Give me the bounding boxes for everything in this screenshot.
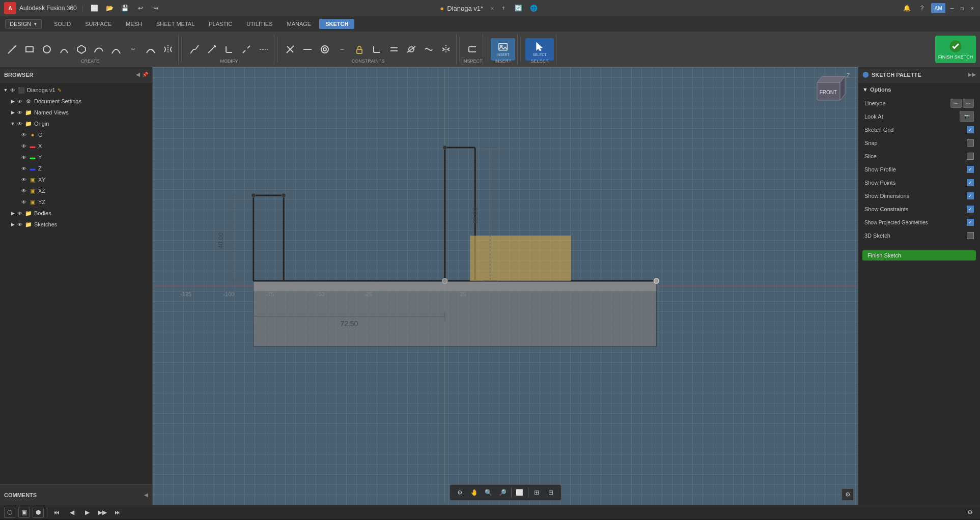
- win-maximize-btn[interactable]: □: [959, 5, 966, 12]
- canvas-settings-btn[interactable]: ⚙: [842, 488, 854, 501]
- edit-icon-dianoga[interactable]: ✎: [58, 88, 62, 93]
- coincident-tool[interactable]: [282, 39, 298, 60]
- playback-select-1[interactable]: ⬡: [4, 507, 15, 518]
- finish-sketch-toolbar-btn[interactable]: FINISH SKETCH: [935, 36, 976, 63]
- snap-checkbox[interactable]: [967, 139, 974, 147]
- sketch-grid-checkbox[interactable]: [967, 126, 974, 133]
- spline-tool[interactable]: [91, 39, 107, 60]
- tree-item-named-views[interactable]: ▶ 👁 📁 Named Views: [0, 107, 152, 118]
- skip-start-btn[interactable]: ⏮: [50, 506, 63, 518]
- tree-arrow-bodies[interactable]: ▶: [9, 211, 16, 216]
- playback-select-3[interactable]: ⬢: [33, 507, 44, 518]
- show-constraints-checkbox[interactable]: [967, 206, 974, 213]
- tree-item-z-axis[interactable]: 👁 ▬ Z: [0, 163, 152, 174]
- undo-btn[interactable]: ↩: [134, 2, 147, 14]
- tree-item-origin[interactable]: ▼ 👁 📁 Origin: [0, 118, 152, 129]
- extend-tool[interactable]: [204, 39, 220, 60]
- tab-sheet-metal[interactable]: SHEET METAL: [150, 19, 201, 29]
- settings-gear-btn[interactable]: ⚙: [964, 506, 976, 518]
- grid-btn[interactable]: ⊟: [545, 486, 557, 499]
- win-minimize-btn[interactable]: ─: [948, 5, 956, 12]
- linetype-dashed-btn[interactable]: - -: [963, 99, 974, 108]
- circle-tool[interactable]: [39, 39, 55, 60]
- rectangle-tool[interactable]: [21, 39, 38, 60]
- tree-arrow-dianoga[interactable]: ▼: [2, 88, 9, 93]
- tree-item-origin-o[interactable]: 👁 ● O: [0, 129, 152, 140]
- notif-btn[interactable]: 🔔: [901, 2, 913, 14]
- fit-btn[interactable]: 🔎: [497, 486, 509, 499]
- play-btn[interactable]: ▶: [81, 506, 93, 518]
- palette-options-header[interactable]: ▼ Options: [862, 86, 976, 93]
- eye-bodies[interactable]: 👁: [16, 210, 23, 217]
- sketch-3d-checkbox[interactable]: [967, 232, 974, 239]
- open-btn[interactable]: 📂: [104, 2, 116, 14]
- win-close-btn[interactable]: ×: [969, 5, 976, 12]
- eye-x[interactable]: 👁: [20, 142, 27, 150]
- conic-tool[interactable]: [108, 39, 124, 60]
- eye-xy[interactable]: 👁: [20, 176, 27, 183]
- prev-btn[interactable]: ◀: [66, 506, 78, 518]
- eye-sketches[interactable]: 👁: [16, 221, 23, 228]
- design-dropdown[interactable]: DESIGN ▼: [5, 19, 42, 28]
- linetype-solid-btn[interactable]: ─: [950, 99, 962, 108]
- browser-home-btn[interactable]: 🌐: [528, 2, 540, 14]
- tree-arrow-sketches[interactable]: ▶: [9, 222, 16, 227]
- eye-y[interactable]: 👁: [20, 154, 27, 161]
- user-avatar[interactable]: AM: [931, 3, 945, 13]
- look-at-btn[interactable]: 📷: [960, 111, 974, 122]
- comments-expand-btn[interactable]: ◀: [144, 492, 148, 498]
- tree-item-dianoga[interactable]: ▼ 👁 ⬛ Dianoga v1 ✎: [0, 84, 152, 96]
- help-btn[interactable]: ?: [916, 2, 928, 14]
- eye-z[interactable]: 👁: [20, 165, 27, 172]
- skip-end-btn[interactable]: ⏭: [111, 506, 124, 518]
- view-options-btn[interactable]: ⊞: [530, 486, 543, 499]
- browser-collapse-btn[interactable]: ◀: [136, 72, 140, 77]
- tab-plastic[interactable]: PLASTIC: [203, 19, 238, 29]
- show-profile-checkbox[interactable]: [967, 166, 974, 173]
- offset-tool[interactable]: [143, 39, 159, 60]
- add-tab-btn[interactable]: +: [497, 2, 510, 14]
- parallel-tool[interactable]: [386, 39, 402, 60]
- tree-item-bodies[interactable]: ▶ 👁 📁 Bodies: [0, 208, 152, 219]
- eye-dianoga[interactable]: 👁: [9, 86, 16, 94]
- smooth-tool[interactable]: [421, 39, 437, 60]
- tab-mesh[interactable]: MESH: [120, 19, 148, 29]
- polygon-tool[interactable]: [73, 39, 90, 60]
- fillet-tool[interactable]: [221, 39, 237, 60]
- browser-pin-btn[interactable]: 📌: [142, 72, 148, 77]
- fix-tool[interactable]: [351, 39, 368, 60]
- save-btn[interactable]: 💾: [119, 2, 131, 14]
- tree-item-doc-settings[interactable]: ▶ 👁 ⚙ Document Settings: [0, 96, 152, 107]
- browser-refresh-btn[interactable]: 🔄: [513, 2, 525, 14]
- pan-btn[interactable]: 🤚: [468, 486, 481, 499]
- break-tool[interactable]: [238, 39, 255, 60]
- tab-surface[interactable]: SURFACE: [79, 19, 118, 29]
- symmetric-tool[interactable]: [438, 39, 454, 60]
- tree-item-y-axis[interactable]: 👁 ▬ Y: [0, 152, 152, 163]
- tree-item-xz-plane[interactable]: 👁 ▣ XZ: [0, 185, 152, 196]
- new-btn[interactable]: ⬜: [89, 2, 101, 14]
- select-tool[interactable]: SELECT: [525, 38, 554, 61]
- tab-utilities[interactable]: UTILITIES: [240, 19, 278, 29]
- tab-sketch[interactable]: SKETCH: [319, 19, 354, 29]
- eye-xz[interactable]: 👁: [20, 187, 27, 194]
- tree-arrow-origin[interactable]: ▼: [9, 121, 16, 126]
- next-btn[interactable]: ▶▶: [96, 506, 108, 518]
- palette-collapse-btn[interactable]: ▶▶: [968, 72, 976, 77]
- tab-manage[interactable]: MANAGE: [281, 19, 317, 29]
- show-dimensions-checkbox[interactable]: [967, 192, 974, 199]
- eye-named-views[interactable]: 👁: [16, 109, 23, 116]
- concentric-tool[interactable]: [317, 39, 333, 60]
- tree-item-sketches[interactable]: ▶ 👁 📁 Sketches: [0, 219, 152, 230]
- redo-btn[interactable]: ↪: [150, 2, 162, 14]
- midpoint-tool[interactable]: ─: [334, 39, 350, 60]
- arc-tool[interactable]: [56, 39, 72, 60]
- slice-checkbox[interactable]: [967, 153, 974, 160]
- mirror-tool[interactable]: [160, 39, 176, 60]
- finish-sketch-palette-btn[interactable]: Finish Sketch: [862, 250, 976, 261]
- tree-item-x-axis[interactable]: 👁 ▬ X: [0, 140, 152, 152]
- dimension-tool[interactable]: [464, 39, 481, 60]
- tree-arrow-named-views[interactable]: ▶: [9, 110, 16, 115]
- tree-arrow-doc-settings[interactable]: ▶: [9, 99, 16, 104]
- project-tool[interactable]: [186, 39, 203, 60]
